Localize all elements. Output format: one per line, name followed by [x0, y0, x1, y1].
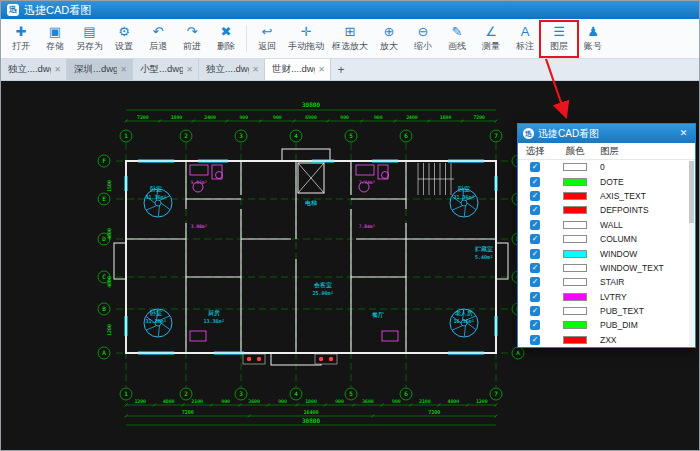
- layer-checkbox[interactable]: ✓: [530, 277, 540, 287]
- layers-panel-titlebar[interactable]: 迅 迅捷CAD看图 ✕: [518, 124, 695, 143]
- layer-row[interactable]: ✓WINDOW: [518, 246, 695, 260]
- tab-4[interactable]: 世财....dwg✕: [265, 59, 331, 80]
- new-tab-button[interactable]: +: [331, 59, 351, 80]
- layer-color-swatch[interactable]: [563, 250, 587, 258]
- tab-close-icon[interactable]: ✕: [51, 65, 61, 74]
- layer-checkbox[interactable]: ✓: [530, 162, 540, 172]
- tab-close-icon[interactable]: ✕: [117, 65, 127, 74]
- layer-color-swatch[interactable]: [563, 293, 587, 301]
- layer-select-cell: ✓: [518, 320, 552, 330]
- layer-row[interactable]: ✓AXIS_TEXT: [518, 189, 695, 203]
- layer-row[interactable]: ✓STAIR: [518, 275, 695, 289]
- tab-label: 独立....dwg: [206, 63, 249, 76]
- layer-checkbox[interactable]: ✓: [530, 234, 540, 244]
- layer-checkbox[interactable]: ✓: [530, 177, 540, 187]
- toolbar-button-save-as[interactable]: ▤另存为: [72, 19, 107, 58]
- layer-color-swatch[interactable]: [563, 178, 587, 186]
- toolbar-button-label: 打开: [12, 40, 30, 53]
- layer-color-swatch[interactable]: [563, 336, 587, 344]
- layer-checkbox[interactable]: ✓: [530, 335, 540, 345]
- pan-hand-icon: ✛: [301, 24, 312, 39]
- svg-text:卧室: 卧室: [458, 185, 470, 192]
- tab-1[interactable]: 深圳...dwg✕: [67, 59, 133, 80]
- layers-scrollbar[interactable]: [689, 161, 694, 346]
- layer-row[interactable]: ✓LVTRY: [518, 290, 695, 304]
- toolbar-button-measure[interactable]: ∠测量: [474, 19, 508, 58]
- layer-row[interactable]: ✓COLUMN: [518, 232, 695, 246]
- toolbar-button-save[interactable]: ▣存储: [38, 19, 72, 58]
- layer-checkbox[interactable]: ✓: [530, 306, 540, 316]
- toolbar-button-label: 删除: [217, 40, 235, 53]
- panel-close-icon[interactable]: ✕: [677, 127, 690, 140]
- svg-text:16.36m²: 16.36m²: [453, 318, 474, 324]
- layer-color-cell: [552, 336, 598, 344]
- toolbar-button-settings[interactable]: ⚙设置: [107, 19, 141, 58]
- toolbar-button-account[interactable]: ♟账号: [576, 19, 610, 58]
- layer-checkbox[interactable]: ✓: [530, 320, 540, 330]
- layer-row[interactable]: ✓PUB_TEXT: [518, 304, 695, 318]
- layer-select-cell: ✓: [518, 205, 552, 215]
- svg-text:厨房: 厨房: [208, 309, 220, 316]
- tab-3[interactable]: 独立....dwg✕: [199, 59, 265, 80]
- layer-color-swatch[interactable]: [563, 264, 587, 272]
- layer-checkbox[interactable]: ✓: [530, 292, 540, 302]
- svg-text:F: F: [102, 157, 106, 164]
- toolbar-button-zoom-in[interactable]: ⊕放大: [372, 19, 406, 58]
- layer-select-cell: ✓: [518, 277, 552, 287]
- layer-color-swatch[interactable]: [563, 163, 587, 171]
- svg-text:4800: 4800: [163, 399, 175, 404]
- svg-text:7200: 7200: [137, 115, 149, 120]
- tab-label: 小型...dwg: [140, 63, 183, 76]
- toolbar-button-delete[interactable]: ✖删除: [209, 19, 243, 58]
- layer-color-swatch[interactable]: [563, 321, 587, 329]
- axis-grid-layer: 11223344556677FFEEDDCCBBAA: [98, 130, 524, 400]
- toolbar-button-label: 缩小: [414, 40, 432, 53]
- layer-color-swatch[interactable]: [563, 278, 587, 286]
- layer-color-swatch[interactable]: [563, 206, 587, 214]
- tab-close-icon[interactable]: ✕: [183, 65, 193, 74]
- layer-row[interactable]: ✓WALL: [518, 218, 695, 232]
- svg-text:16400: 16400: [303, 409, 318, 415]
- layer-color-swatch[interactable]: [563, 192, 587, 200]
- cad-drawing[interactable]: 11223344556677FFEEDDCCBBAA30800720018002…: [86, 91, 536, 436]
- column-header-layer: 图层: [598, 145, 695, 158]
- toolbar-button-zoom-out[interactable]: ⊖缩小: [406, 19, 440, 58]
- layer-row[interactable]: ✓0: [518, 160, 695, 174]
- layer-checkbox[interactable]: ✓: [530, 205, 540, 215]
- toolbar-button-layers[interactable]: ☰图层: [542, 19, 576, 58]
- toolbar-button-back[interactable]: ↶后退: [141, 19, 175, 58]
- toolbar-button-return[interactable]: ↩返回: [250, 19, 284, 58]
- layer-checkbox[interactable]: ✓: [530, 220, 540, 230]
- toolbar-button-pan[interactable]: ✛手动拖动: [284, 19, 328, 58]
- tab-2[interactable]: 小型...dwg✕: [133, 59, 199, 80]
- layers-panel-title: 迅捷CAD看图: [538, 127, 599, 141]
- layer-color-swatch[interactable]: [563, 307, 587, 315]
- toolbar-button-open[interactable]: ✚打开: [4, 19, 38, 58]
- tab-0[interactable]: 独立....dwg✕: [1, 59, 67, 80]
- layer-row[interactable]: ✓PUB_DIM: [518, 318, 695, 332]
- layer-row[interactable]: ✓WINDOW_TEXT: [518, 261, 695, 275]
- layers-scrollbar-thumb[interactable]: [689, 161, 694, 223]
- toolbar-button-draw-line[interactable]: ✎画线: [440, 19, 474, 58]
- layer-checkbox[interactable]: ✓: [530, 191, 540, 201]
- toolbar-button-forward[interactable]: ↷前进: [175, 19, 209, 58]
- layer-row[interactable]: ✓ZXX: [518, 333, 695, 347]
- tab-close-icon[interactable]: ✕: [249, 65, 259, 74]
- toolbar-button-annotate[interactable]: A标注: [508, 19, 542, 58]
- back-arrow-icon: ↶: [153, 24, 164, 39]
- toolbar-button-box-zoom[interactable]: ⊞框选放大: [328, 19, 372, 58]
- tab-close-icon[interactable]: ✕: [315, 65, 325, 74]
- svg-text:3: 3: [239, 390, 243, 397]
- layer-row[interactable]: ✓DEFPOINTS: [518, 203, 695, 217]
- layer-color-cell: [552, 163, 598, 171]
- layer-color-swatch[interactable]: [563, 235, 587, 243]
- layer-checkbox[interactable]: ✓: [530, 249, 540, 259]
- layer-name: AXIS_TEXT: [598, 191, 695, 201]
- layer-checkbox[interactable]: ✓: [530, 263, 540, 273]
- layer-row[interactable]: ✓DOTE: [518, 174, 695, 188]
- zoom-out-icon: ⊖: [418, 24, 429, 39]
- layer-name: ZXX: [598, 335, 695, 345]
- layer-color-swatch[interactable]: [563, 221, 587, 229]
- svg-text:2400: 2400: [204, 115, 216, 120]
- panel-logo-icon: 迅: [523, 128, 534, 139]
